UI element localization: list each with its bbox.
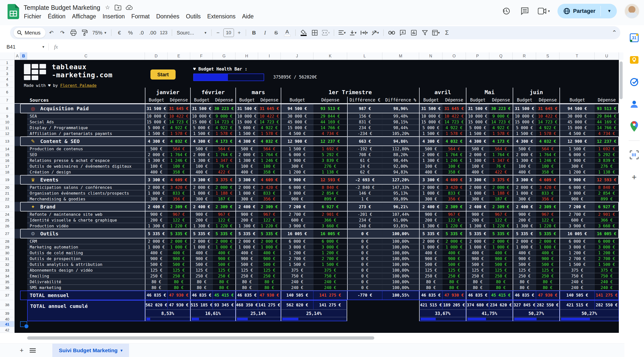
cell[interactable]: 3 839 € bbox=[313, 158, 347, 163]
cell[interactable]: 2 901 € bbox=[595, 211, 619, 217]
cell[interactable]: 95,13% bbox=[382, 190, 419, 196]
cell[interactable]: 10 422 € bbox=[258, 113, 281, 119]
version-history-icon[interactable] bbox=[501, 6, 512, 17]
sheets-logo-icon[interactable] bbox=[8, 4, 19, 19]
cell[interactable]: 400 € bbox=[258, 250, 281, 256]
cell[interactable]: 80 € bbox=[258, 279, 281, 285]
cell[interactable]: 2 000 € bbox=[513, 152, 536, 158]
cell[interactable]: 4 609 € bbox=[258, 175, 281, 185]
cell[interactable]: 4 609 € bbox=[442, 175, 466, 185]
cell[interactable]: 80 € bbox=[466, 279, 489, 285]
cell[interactable]: 2 000 € bbox=[466, 238, 489, 244]
column-header-A[interactable]: A bbox=[15, 52, 20, 60]
cell[interactable]: 15 000 € bbox=[190, 119, 213, 125]
cell[interactable]: 1 500 € bbox=[466, 131, 489, 136]
cell[interactable]: 31 500 € bbox=[190, 104, 213, 113]
cell[interactable]: 0 € bbox=[347, 244, 382, 250]
cell[interactable]: 29 844 € bbox=[595, 113, 619, 119]
row-label[interactable]: Participation salons / conférences bbox=[27, 185, 145, 190]
cell[interactable]: 1 000 € bbox=[145, 244, 168, 250]
cell[interactable]: 100,00% bbox=[382, 279, 419, 285]
row-header-11[interactable]: 11 bbox=[0, 125, 15, 131]
column-header-G[interactable]: G bbox=[213, 52, 235, 60]
cell[interactable]: 2 000 € bbox=[466, 152, 489, 158]
cell[interactable]: 250 € bbox=[419, 273, 442, 279]
cell[interactable]: 107,44% bbox=[382, 211, 419, 217]
cell[interactable]: 2 000 € bbox=[536, 238, 559, 244]
cell[interactable]: 3 000 € bbox=[559, 190, 595, 196]
cell[interactable]: 562 020 € bbox=[145, 300, 168, 310]
row-header-5[interactable]: 5 bbox=[0, 82, 15, 88]
fill-color-button[interactable] bbox=[298, 28, 309, 38]
cell[interactable]: 4 609 € bbox=[536, 175, 559, 185]
cell[interactable]: 31 645 € bbox=[536, 104, 559, 113]
cell[interactable]: 80 € bbox=[513, 285, 536, 291]
cell[interactable]: 900 € bbox=[235, 256, 258, 262]
cell[interactable]: 4 173 € bbox=[489, 136, 513, 146]
cell[interactable]: 1 200 € bbox=[559, 169, 595, 175]
cell[interactable]: 2 000 € bbox=[213, 238, 235, 244]
cell[interactable]: 5 335 € bbox=[489, 229, 513, 238]
add-panel-icon[interactable]: + bbox=[629, 171, 640, 183]
cell[interactable]: 80 € bbox=[466, 285, 489, 291]
cell[interactable]: 500 € bbox=[235, 262, 258, 267]
column-header-K[interactable]: K bbox=[313, 52, 347, 60]
cell[interactable]: 4 500 € bbox=[559, 131, 595, 136]
cell[interactable]: 125 € bbox=[536, 267, 559, 273]
cell[interactable]: 12 900 € bbox=[559, 136, 595, 146]
cell[interactable]: 1 220 € bbox=[213, 223, 235, 229]
cell[interactable]: 80 € bbox=[145, 279, 168, 285]
author-link[interactable]: Florent Palmade bbox=[60, 83, 97, 88]
cell[interactable]: 15 000 € bbox=[419, 119, 442, 125]
cell[interactable]: 31 645 € bbox=[258, 104, 281, 113]
cell[interactable]: 2 000 € bbox=[419, 238, 442, 244]
cell[interactable]: 2 700 € bbox=[559, 256, 595, 262]
menu-extensions[interactable]: Extensions bbox=[204, 13, 239, 20]
row-label[interactable]: CRM bbox=[27, 238, 145, 244]
cell[interactable]: 1 200 € bbox=[595, 250, 619, 256]
cell[interactable]: 2 000 € bbox=[213, 185, 235, 190]
cell[interactable]: 1 138 € bbox=[595, 169, 619, 175]
cell[interactable]: 234 620 € bbox=[489, 300, 513, 310]
cell[interactable]: 15 000 € bbox=[466, 119, 489, 125]
cell[interactable]: 2 000 € bbox=[235, 152, 258, 158]
more-formats-button[interactable]: 123 bbox=[158, 28, 169, 38]
cell[interactable]: 0 € bbox=[347, 285, 382, 291]
cell[interactable]: 1 220 € bbox=[536, 223, 559, 229]
cell[interactable]: 500 € bbox=[419, 262, 442, 267]
cell[interactable]: 2 309 € bbox=[258, 202, 281, 211]
cell[interactable]: 1 000 € bbox=[419, 190, 442, 196]
cell[interactable]: 2 000 € bbox=[489, 185, 513, 190]
cell[interactable]: 47 930 € bbox=[442, 291, 466, 300]
cell[interactable]: 24 € bbox=[347, 163, 382, 169]
cell[interactable]: 122 € bbox=[442, 217, 466, 223]
text-rotation-button[interactable]: A▾ bbox=[370, 28, 381, 38]
cell[interactable]: 2 000 € bbox=[442, 238, 466, 244]
row-label[interactable]: Organisation événements clients/prospect… bbox=[27, 190, 145, 196]
cell[interactable]: 833 € bbox=[258, 190, 281, 196]
row-header-9[interactable]: 9 bbox=[0, 113, 15, 119]
namebox-dropdown-icon[interactable]: ▾ bbox=[42, 45, 44, 49]
cell[interactable]: 750 € bbox=[281, 273, 313, 279]
cell[interactable]: 1 692 € bbox=[595, 146, 619, 152]
row-header-14[interactable]: 14 bbox=[0, 146, 15, 152]
cell[interactable]: 100,00% bbox=[382, 267, 419, 273]
row-label[interactable]: Merchandising & goodies bbox=[27, 196, 145, 202]
cell[interactable]: 3 000 € bbox=[559, 244, 595, 250]
cell[interactable]: 240 € bbox=[281, 279, 313, 285]
tab-suivi-budget-marketing[interactable]: Suivi Budget Marketing ▾ bbox=[52, 344, 129, 357]
row-header-18[interactable]: 18 bbox=[0, 169, 15, 175]
row-header-20[interactable]: 20 bbox=[0, 185, 15, 190]
cell[interactable]: 4 500 € bbox=[281, 131, 313, 136]
cell[interactable]: 967 € bbox=[536, 211, 559, 217]
cell[interactable]: 0 € bbox=[347, 262, 382, 267]
cell[interactable]: 10 422 € bbox=[442, 113, 466, 119]
cell[interactable]: 8 840 € bbox=[313, 185, 347, 190]
cell[interactable]: 44 169 € bbox=[313, 119, 347, 125]
cell[interactable]: 1 300 € bbox=[235, 223, 258, 229]
cell[interactable]: 6 000 € bbox=[559, 185, 595, 190]
cell[interactable]: 900 € bbox=[145, 256, 168, 262]
cell[interactable]: 80 € bbox=[235, 285, 258, 291]
cell[interactable]: 200 € bbox=[466, 217, 489, 223]
cell[interactable]: 3 900 € bbox=[559, 223, 595, 229]
